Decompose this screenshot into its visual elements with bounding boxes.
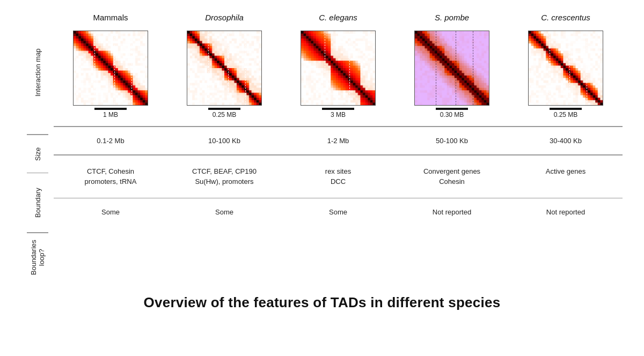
label-interaction-map: Interaction map [21,11,54,134]
footer-title: Overview of the features of TADs in diff… [144,294,501,311]
scale-c-elegans: 3 MB [322,108,354,118]
col-header-c-elegans: C. elegans [281,11,395,24]
loops-row: Some Some Some Not reported Not reported [54,202,623,223]
size-mammals: 0.1-2 Mb [54,135,167,147]
size-c-crescentus: 30-400 Kb [509,135,623,147]
loop-c-elegans: Some [281,206,395,219]
col-header-s-pombe: S. pombe [395,11,509,24]
size-drosophila: 10-100 Kb [167,135,281,147]
loop-c-crescentus: Not reported [509,206,623,219]
heatmap-c-elegans [301,31,376,106]
scale-bar-s-pombe [436,108,468,110]
dashed-line-3 [131,31,132,105]
content-area: Mammals Drosophila C. elegans S. pombe C… [54,11,623,223]
heatmap-canvas-mammals [74,31,148,105]
scale-s-pombe: 0.30 MB [436,108,468,118]
label-boundaries-loop: Boundaries loop? [21,233,54,281]
dashed-line-3 [245,31,246,105]
boundary-c-elegans: rex sites DCC [281,165,395,188]
loop-mammals: Some [54,206,167,219]
scale-label-drosophila: 0.25 MB [213,111,237,118]
interaction-cell-c-crescentus: 0.25 MB [509,28,623,121]
dashed-line-1 [325,31,325,105]
interaction-cell-drosophila: 0.25 MB [167,28,281,121]
label-size: Size [21,135,54,173]
scale-bar-drosophila [208,108,240,110]
boundary-row: CTCF, Cohesin promoters, tRNA CTCF, BEAF… [54,159,623,195]
size-s-pombe: 50-100 Kb [395,135,509,147]
dashed-line-1 [94,31,95,105]
col-header-drosophila: Drosophila [167,11,281,24]
dashed-line-1 [436,31,436,105]
loop-drosophila: Some [167,206,281,219]
dashed-line-2 [456,31,456,105]
dashed-line-2 [114,31,115,105]
label-boundary: Boundary [21,173,54,232]
heatmap-mammals [73,31,148,106]
interaction-cell-mammals: 1 MB [54,28,167,121]
dashed-line-3 [587,31,587,105]
scale-label-c-elegans: 3 MB [331,111,346,118]
scale-label-s-pombe: 0.30 MB [440,111,464,118]
scale-c-crescentus: 0.25 MB [550,108,582,118]
scale-bar-mammals [94,108,127,110]
row-labels: Interaction map Size Boundary Boundaries… [21,11,54,281]
heatmap-canvas-c-crescentus [529,31,603,105]
dashed-line-3 [473,31,473,105]
dashed-line-2 [349,31,350,105]
divider-after-interaction [54,126,623,127]
size-c-elegans: 1-2 Mb [281,135,395,147]
scale-bar-c-crescentus [550,108,582,110]
boundary-mammals: CTCF, Cohesin promoters, tRNA [54,165,167,188]
dashed-line-1 [208,31,209,105]
interaction-cell-s-pombe: 0.30 MB [395,28,509,121]
heatmap-canvas-s-pombe [415,31,489,105]
boundary-c-crescentus: Active genes [509,165,623,188]
size-row: 0.1-2 Mb 10-100 Kb 1-2 Mb 50-100 Kb 30-4… [54,130,623,152]
interaction-cell-c-elegans: 3 MB [281,28,395,121]
heatmap-drosophila [187,31,262,106]
scale-mammals: 1 MB [94,108,127,118]
scale-drosophila: 0.25 MB [208,108,240,118]
scale-label-c-crescentus: 0.25 MB [554,111,578,118]
dashed-line-2 [569,31,570,105]
divider-after-boundary [54,198,623,199]
interaction-maps-row: 1 MB 0.25 MB [54,28,623,121]
column-headers: Mammals Drosophila C. elegans S. pombe C… [54,11,623,24]
heatmap-s-pombe [414,31,489,106]
divider-after-size [54,154,623,155]
dashed-line-2 [228,31,229,105]
scale-label-mammals: 1 MB [103,111,118,118]
heatmap-c-crescentus [528,31,603,106]
scale-bar-c-elegans [322,108,354,110]
heatmap-canvas-c-elegans [301,31,375,105]
main-layout: Interaction map Size Boundary Boundaries… [21,11,623,281]
loop-s-pombe: Not reported [395,206,509,219]
dashed-line-1 [550,31,550,105]
heatmap-canvas-drosophila [187,31,261,105]
boundary-drosophila: CTCF, BEAF, CP190 Su(Hw), promoters [167,165,281,188]
boundary-s-pombe: Convergent genes Cohesin [395,165,509,188]
col-header-mammals: Mammals [54,11,167,24]
col-header-c-crescentus: C. crescentus [509,11,623,24]
